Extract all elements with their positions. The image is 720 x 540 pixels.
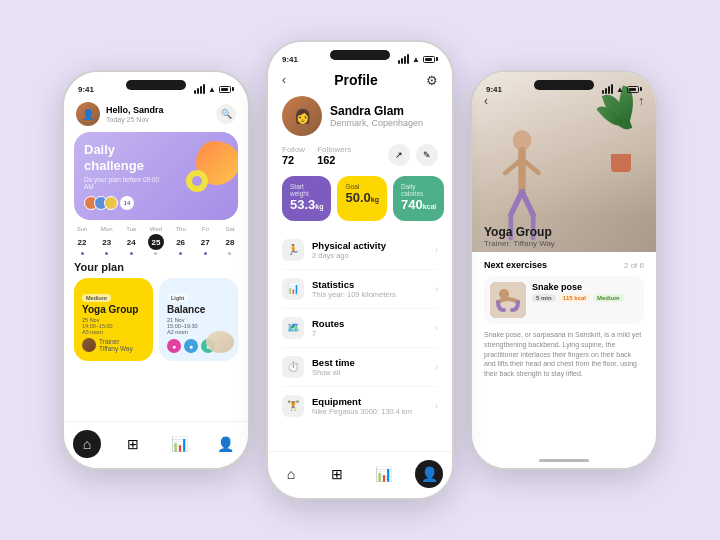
nav-profile-left[interactable]: 👤 (211, 430, 239, 458)
home-bar-right (539, 459, 589, 462)
bottom-nav-left: ⌂ ⊞ 📊 👤 (64, 421, 248, 468)
time-right: 9:41 (486, 85, 502, 94)
stat-value-1: 53.3kg (290, 197, 323, 214)
svg-line-4 (511, 192, 522, 215)
daily-challenge-card[interactable]: Daily challenge Do your plan before 09:0… (74, 132, 238, 220)
stat-label-1: Start weight (290, 183, 323, 197)
exercise-name-snake: Snake pose (532, 282, 624, 292)
day-label-sat: Sat (225, 226, 234, 232)
menu-title-physical-activity: Physical activity (312, 240, 427, 251)
exercise-card-snake[interactable]: Snake pose 5 min 115 kcal Medium (484, 276, 644, 324)
plan-title-yoga: Yoga Group (82, 304, 145, 316)
day-num-sun: 22 (74, 234, 90, 250)
signal-icon-left (194, 84, 205, 94)
menu-item-equipment[interactable]: 🏋️ Equipment Nike Pegasus 3000: 130.4 km… (282, 387, 438, 425)
menu-item-best-time[interactable]: ⏱️ Best time Show all › (282, 348, 438, 387)
menu-title-equipment: Equipment (312, 396, 427, 407)
day-fri[interactable]: Fri 27 (197, 226, 213, 255)
day-dot-thu (179, 252, 182, 255)
nav-profile-center[interactable]: 👤 (415, 460, 443, 488)
nav-grid-center[interactable]: ⊞ (323, 460, 351, 488)
wifi-icon-center: ▲ (412, 55, 420, 64)
day-dot-wed (154, 252, 157, 255)
menu-item-physical-activity[interactable]: 🏃 Physical activity 2 days ago › (282, 231, 438, 270)
followers-label: Followers (317, 145, 351, 154)
menu-text-best-time: Best time Show all (312, 357, 427, 377)
menu-item-statistics[interactable]: 📊 Statistics This year: 109 kilometers › (282, 270, 438, 309)
earbuds-shape (206, 331, 234, 353)
best-time-icon: ⏱️ (282, 356, 304, 378)
day-num-tue: 24 (123, 234, 139, 250)
day-dot-tue (130, 252, 133, 255)
day-dot-fri (204, 252, 207, 255)
next-exercises-count: 2 of 6 (624, 261, 644, 270)
social-icon-instagram: ● (167, 339, 181, 353)
menu-sub-best-time: Show all (312, 368, 427, 377)
plan-card-balance[interactable]: Light Balance 21 Nov 15:00–19:30 A2 room… (159, 278, 238, 361)
next-exercises-label: Next exercises (484, 260, 547, 270)
nav-home-left[interactable]: ⌂ (73, 430, 101, 458)
chevron-icon-physical-activity: › (435, 245, 438, 255)
menu-text-statistics: Statistics This year: 109 kilometers (312, 279, 427, 299)
day-thu[interactable]: Thu 26 (173, 226, 189, 255)
trainer-avatar-yoga (82, 338, 96, 352)
trainer-row-yoga: TrainerTiffany Way (82, 338, 145, 352)
exercise-badge-kcal: 115 kcal (559, 294, 590, 302)
day-label-thu: Thu (175, 226, 185, 232)
menu-title-best-time: Best time (312, 357, 427, 368)
svg-line-5 (522, 192, 533, 215)
hero-overlay: Yoga Group Trainer: Tiffany Way (472, 217, 656, 252)
plan-badge-balance: Light (167, 294, 188, 302)
right-hero-image: 9:41 ▲ ‹ (472, 72, 656, 252)
day-label-mon: Mon (101, 226, 113, 232)
nav-home-center[interactable]: ⌂ (277, 460, 305, 488)
settings-button-center[interactable]: ⚙ (426, 73, 438, 88)
nav-chart-center[interactable]: 📊 (369, 460, 397, 488)
plan-room-yoga: A5 room (82, 329, 145, 335)
menu-sub-statistics: This year: 109 kilometers (312, 290, 427, 299)
stat-card-calories: Daily calories 740kcal (393, 176, 444, 221)
profile-name: Sandra Glam (330, 104, 423, 118)
notch-center (330, 50, 390, 60)
wifi-icon-left: ▲ (208, 85, 216, 94)
share-button-right[interactable]: ↑ (638, 94, 644, 108)
status-icons-center: ▲ (398, 54, 438, 64)
day-num-wed: 25 (148, 234, 164, 250)
day-sun[interactable]: Sun 22 (74, 226, 90, 255)
menu-sub-routes: 7 (312, 329, 427, 338)
day-wed[interactable]: Wed 25 (148, 226, 164, 255)
search-button-left[interactable]: 🔍 (216, 104, 236, 124)
greeting-text: Hello, Sandra (106, 105, 164, 116)
nav-chart-left[interactable]: 📊 (165, 430, 193, 458)
day-sat[interactable]: Sat 28 (222, 226, 238, 255)
left-screen: 9:41 ▲ 👤 Hello, Sandra (64, 72, 248, 468)
challenge-count: 14 (120, 196, 134, 210)
challenge-subtitle: Do your plan before 09:00 AM (84, 176, 169, 190)
nav-grid-left[interactable]: ⊞ (119, 430, 147, 458)
stat-value-3: 740kcal (401, 197, 436, 214)
day-tue[interactable]: Tue 24 (123, 226, 139, 255)
stat-value-2: 50.0kg (345, 190, 378, 207)
menu-item-routes[interactable]: 🗺️ Routes 7 › (282, 309, 438, 348)
menu-sub-physical-activity: 2 days ago (312, 251, 427, 260)
exercise-badge-time: 5 min (532, 294, 556, 302)
day-mon[interactable]: Mon 23 (99, 226, 115, 255)
plan-card-yoga[interactable]: Medium Yoga Group 25 Nov 14:00–15:00 A5 … (74, 278, 153, 361)
back-button-center[interactable]: ‹ (282, 73, 286, 87)
day-num-thu: 26 (173, 234, 189, 250)
back-button-right[interactable]: ‹ (484, 94, 488, 108)
profile-info: 👩 Sandra Glam Denmark, Copenhagen (268, 96, 452, 144)
edit-profile-button[interactable]: ✎ (416, 144, 438, 166)
your-plan-label: Your plan (64, 261, 248, 278)
day-label-sun: Sun (77, 226, 88, 232)
time-center: 9:41 (282, 55, 298, 64)
status-icons-left: ▲ (194, 84, 234, 94)
left-header: 👤 Hello, Sandra Today 25 Nov 🔍 (64, 98, 248, 132)
exercise-description: Snake pose, or sarpasana in Sanskrit, is… (484, 330, 644, 379)
date-text: Today 25 Nov (106, 116, 164, 123)
profile-page-title: Profile (334, 72, 378, 88)
follow-item-following: Follow 72 (282, 145, 305, 166)
share-profile-button[interactable]: ↗ (388, 144, 410, 166)
exercise-badges-snake: 5 min 115 kcal Medium (532, 294, 624, 302)
day-num-fri: 27 (197, 234, 213, 250)
